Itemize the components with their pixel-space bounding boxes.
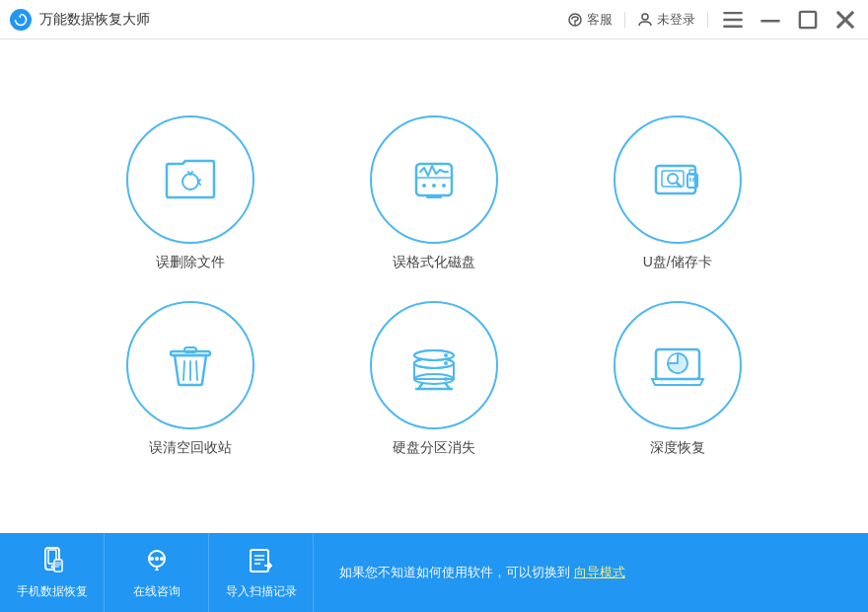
svg-point-37 <box>444 377 448 381</box>
divider2 <box>707 12 708 28</box>
login-button[interactable]: 未登录 <box>637 11 695 29</box>
svg-point-2 <box>642 14 648 20</box>
svg-rect-7 <box>800 11 816 27</box>
svg-point-36 <box>444 353 448 357</box>
svg-point-14 <box>442 184 446 188</box>
app-title: 万能数据恢复大师 <box>39 11 567 29</box>
maximize-button[interactable] <box>795 7 821 33</box>
svg-point-47 <box>50 565 53 568</box>
feature-item-deleted-files[interactable]: 误删除文件 <box>89 115 293 271</box>
svg-rect-15 <box>426 195 442 198</box>
svg-point-54 <box>155 557 159 561</box>
svg-point-35 <box>444 361 448 365</box>
deep-recovery-label: 深度恢复 <box>650 439 705 457</box>
minimize-button[interactable] <box>758 7 783 33</box>
deleted-files-label: 误删除文件 <box>156 254 225 271</box>
bottom-message: 如果您不知道如何使用软件，可以切换到 向导模式 <box>316 563 868 583</box>
feature-item-partition-lost[interactable]: 硬盘分区消失 <box>332 301 537 457</box>
svg-point-1 <box>574 23 576 25</box>
close-button[interactable] <box>832 7 858 33</box>
feature-grid: 误删除文件 误格式化磁盘 <box>89 115 779 457</box>
bottom-bar: 手机数据恢复 在线咨询 导入扫描记录 <box>0 533 868 612</box>
recycle-bin-icon <box>126 301 254 429</box>
feature-item-deep-recovery[interactable]: 深度恢复 <box>575 301 779 457</box>
formatted-disk-icon <box>370 115 498 244</box>
svg-point-13 <box>432 184 436 188</box>
wizard-mode-link[interactable]: 向导模式 <box>574 565 625 579</box>
divider <box>624 12 625 28</box>
svg-point-55 <box>160 557 164 561</box>
svg-rect-5 <box>723 25 743 27</box>
customer-service-button[interactable]: 客服 <box>567 11 613 29</box>
feature-item-recycle-bin[interactable]: 误清空回收站 <box>89 301 293 457</box>
svg-line-26 <box>183 361 184 380</box>
svg-line-28 <box>196 361 197 380</box>
app-logo <box>10 9 32 31</box>
svg-rect-4 <box>723 18 743 20</box>
svg-rect-48 <box>54 560 62 572</box>
svg-point-53 <box>150 557 154 561</box>
bottom-message-prefix: 如果您不知道如何使用软件，可以切换到 <box>339 565 570 579</box>
usb-card-label: U盘/储存卡 <box>643 254 712 271</box>
deep-recovery-icon <box>614 301 742 429</box>
title-bar-actions: 客服 未登录 <box>567 7 858 33</box>
feature-item-usb-card[interactable]: U盘/储存卡 <box>575 115 779 271</box>
svg-rect-3 <box>723 11 743 13</box>
phone-recovery-button[interactable]: 手机数据恢复 <box>0 533 105 612</box>
main-content: 误删除文件 误格式化磁盘 <box>0 39 868 533</box>
import-scan-button[interactable]: 导入扫描记录 <box>209 533 314 612</box>
partition-lost-label: 硬盘分区消失 <box>393 439 475 457</box>
recycle-bin-label: 误清空回收站 <box>149 439 232 457</box>
svg-rect-6 <box>760 20 780 22</box>
partition-lost-icon <box>370 301 498 429</box>
phone-recovery-label: 手机数据恢复 <box>17 583 88 600</box>
svg-point-12 <box>422 184 426 188</box>
formatted-disk-label: 误格式化磁盘 <box>393 254 475 271</box>
title-bar: 万能数据恢复大师 客服 未登录 <box>0 0 868 39</box>
online-consult-button[interactable]: 在线咨询 <box>105 533 209 612</box>
usb-card-icon <box>614 115 742 244</box>
online-consult-label: 在线咨询 <box>133 583 181 600</box>
menu-button[interactable] <box>720 7 746 33</box>
svg-rect-56 <box>251 550 268 572</box>
import-scan-label: 导入扫描记录 <box>226 583 297 600</box>
feature-item-formatted-disk[interactable]: 误格式化磁盘 <box>332 115 537 271</box>
bottom-left-actions: 手机数据恢复 在线咨询 导入扫描记录 <box>0 533 316 612</box>
svg-rect-25 <box>184 347 196 352</box>
deleted-files-icon <box>126 115 254 244</box>
